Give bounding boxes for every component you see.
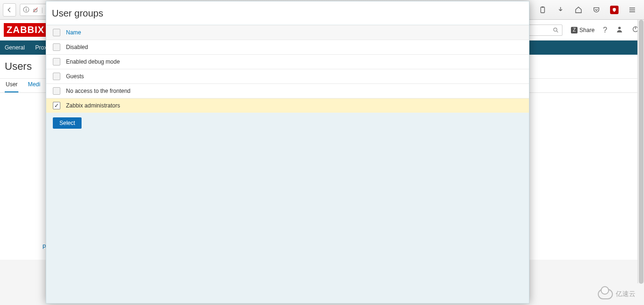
hamburger-icon[interactable] <box>628 6 636 14</box>
watermark-text: 亿速云 <box>616 290 636 298</box>
row-name[interactable]: No access to the frontend <box>66 88 131 94</box>
pocket-icon[interactable] <box>592 6 601 14</box>
modal-footer: Select <box>46 113 529 133</box>
subnav-item-proxies[interactable]: Prox <box>35 44 47 51</box>
row-name[interactable]: Disabled <box>66 44 88 50</box>
svg-point-3 <box>553 28 557 31</box>
info-icon[interactable]: ⓘ <box>23 6 29 14</box>
table-row[interactable]: Zabbix administrators <box>46 98 529 113</box>
home-icon[interactable] <box>574 6 583 14</box>
row-checkbox[interactable] <box>53 43 60 51</box>
download-icon[interactable] <box>556 6 565 14</box>
group-table: Name Disabled Enabled debug mode Guests … <box>46 25 529 113</box>
tab-media[interactable]: Medi <box>27 78 41 92</box>
zabbix-logo[interactable]: ZABBIX <box>4 23 47 37</box>
row-checkbox[interactable] <box>53 58 60 66</box>
back-button[interactable] <box>3 3 16 16</box>
browser-right-toolbar <box>538 6 641 14</box>
user-icon[interactable] <box>616 25 623 35</box>
col-name[interactable]: Name <box>66 29 81 36</box>
arrow-left-icon <box>6 7 13 13</box>
row-name[interactable]: Guests <box>66 73 84 80</box>
table-row[interactable]: Enabled debug mode <box>46 54 529 69</box>
cloud-icon <box>598 289 613 299</box>
select-all-checkbox[interactable] <box>53 29 60 36</box>
row-checkbox[interactable] <box>53 73 60 80</box>
svg-point-4 <box>618 26 620 29</box>
share-button[interactable]: Z Share <box>571 27 594 33</box>
select-button[interactable]: Select <box>53 117 82 129</box>
search-icon <box>553 27 559 33</box>
ublock-icon[interactable] <box>610 6 619 14</box>
svg-rect-2 <box>542 6 544 8</box>
row-checkbox[interactable] <box>53 87 60 95</box>
table-row[interactable]: Disabled <box>46 40 529 54</box>
share-label: Share <box>579 27 594 33</box>
table-row[interactable]: No access to the frontend <box>46 83 529 98</box>
user-groups-modal: User groups Name Disabled Enabled debug … <box>46 1 529 304</box>
help-button[interactable]: ? <box>603 26 607 34</box>
svg-rect-1 <box>541 7 545 13</box>
modal-title: User groups <box>46 1 529 25</box>
table-header: Name <box>46 25 529 40</box>
scrollbar-thumb[interactable] <box>639 20 644 284</box>
conn-insecure-icon[interactable] <box>32 7 39 13</box>
row-checkbox[interactable] <box>53 102 60 109</box>
page-scrollbar[interactable] <box>637 20 644 283</box>
clipboard-icon[interactable] <box>538 6 547 14</box>
share-z-icon: Z <box>571 27 578 33</box>
tab-user[interactable]: User <box>5 78 18 92</box>
subnav-item-general[interactable]: General <box>5 44 25 51</box>
table-row[interactable]: Guests <box>46 69 529 83</box>
row-name[interactable]: Zabbix administrators <box>66 102 120 109</box>
watermark: 亿速云 <box>598 289 636 299</box>
row-name[interactable]: Enabled debug mode <box>66 58 120 65</box>
